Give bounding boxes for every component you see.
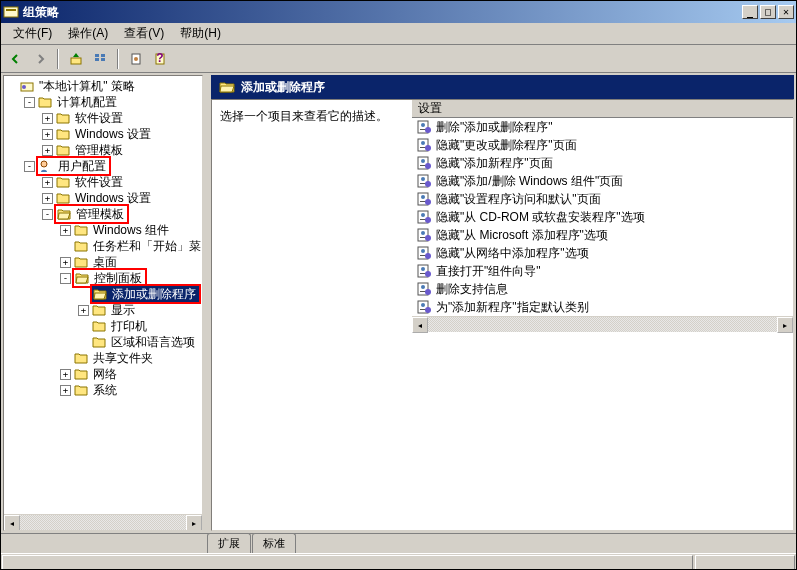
tree-cc-software[interactable]: +软件设置 xyxy=(42,110,200,126)
toggle-button[interactable]: - xyxy=(42,209,53,220)
svg-point-39 xyxy=(421,231,425,235)
titlebar: 组策略 _ □ ✕ xyxy=(1,1,796,23)
tree-add-remove[interactable]: 添加或删除程序 xyxy=(78,286,200,302)
policy-item[interactable]: 隐藏"更改或删除程序"页面 xyxy=(412,136,793,154)
tree-shared-folders[interactable]: 共享文件夹 xyxy=(60,350,200,366)
svg-point-29 xyxy=(425,181,431,187)
tree-root[interactable]: "本地计算机" 策略 xyxy=(6,78,200,94)
policy-icon xyxy=(416,227,432,243)
tree-win-components[interactable]: +Windows 组件 xyxy=(60,222,200,238)
tree-system[interactable]: +系统 xyxy=(60,382,200,398)
policy-item[interactable]: 隐藏"添加新程序"页面 xyxy=(412,154,793,172)
svg-point-55 xyxy=(421,303,425,307)
tree-uc-admin[interactable]: -管理模板 xyxy=(42,206,200,222)
scroll-left-button[interactable]: ◂ xyxy=(412,317,428,333)
tab-extended[interactable]: 扩展 xyxy=(207,533,251,553)
folder-icon xyxy=(92,303,106,317)
detail-list-pane[interactable]: 设置 删除"添加或删除程序"隐藏"更改或删除程序"页面隐藏"添加新程序"页面隐藏… xyxy=(412,100,793,530)
close-button[interactable]: ✕ xyxy=(778,5,794,19)
back-button[interactable] xyxy=(5,48,27,70)
folder-icon xyxy=(92,319,106,333)
window-title: 组策略 xyxy=(23,4,740,21)
toggle-button[interactable]: + xyxy=(60,257,71,268)
menubar: 文件(F) 操作(A) 查看(V) 帮助(H) xyxy=(1,23,796,45)
tree-uc-software[interactable]: +软件设置 xyxy=(42,174,200,190)
policy-item[interactable]: 直接打开"组件向导" xyxy=(412,262,793,280)
scroll-track[interactable] xyxy=(428,317,777,332)
toggle-button[interactable]: - xyxy=(60,273,71,284)
detail-title: 添加或删除程序 xyxy=(241,79,325,96)
toggle-button[interactable]: + xyxy=(60,369,71,380)
detail-description: 选择一个项目来查看它的描述。 xyxy=(220,109,388,123)
policy-item[interactable]: 删除支持信息 xyxy=(412,280,793,298)
splitter[interactable] xyxy=(205,73,209,533)
folder-icon xyxy=(56,175,70,189)
policy-item[interactable]: 删除"添加或删除程序" xyxy=(412,118,793,136)
menu-file[interactable]: 文件(F) xyxy=(5,23,60,44)
policy-item[interactable]: 隐藏"从 CD-ROM 或软盘安装程序"选项 xyxy=(412,208,793,226)
svg-point-57 xyxy=(425,307,431,313)
menu-help[interactable]: 帮助(H) xyxy=(172,23,229,44)
tree-printer[interactable]: 打印机 xyxy=(78,318,200,334)
tree-computer-config[interactable]: -计算机配置 xyxy=(24,94,200,110)
toggle-button[interactable]: + xyxy=(60,385,71,396)
content-area: "本地计算机" 策略 -计算机配置 +软件设置 +Windows 设置 +管理模… xyxy=(1,73,796,533)
svg-point-15 xyxy=(421,123,425,127)
svg-point-27 xyxy=(421,177,425,181)
toggle-button[interactable]: + xyxy=(78,305,89,316)
folder-open-icon xyxy=(75,271,89,285)
policy-item[interactable]: 隐藏"从 Microsoft 添加程序"选项 xyxy=(412,226,793,244)
policy-item[interactable]: 隐藏"添加/删除 Windows 组件"页面 xyxy=(412,172,793,190)
minimize-button[interactable]: _ xyxy=(742,5,758,19)
toggle-button[interactable]: + xyxy=(42,145,53,156)
tree-region[interactable]: 区域和语言选项 xyxy=(78,334,200,350)
toggle-button[interactable]: + xyxy=(42,129,53,140)
toggle-button[interactable]: - xyxy=(24,161,35,172)
policy-item[interactable]: 为"添加新程序"指定默认类别 xyxy=(412,298,793,316)
toggle-button[interactable]: + xyxy=(42,193,53,204)
list-mode-button[interactable] xyxy=(89,48,111,70)
help-button[interactable]: ? xyxy=(149,48,171,70)
toggle-button[interactable]: - xyxy=(24,97,35,108)
scroll-left-button[interactable]: ◂ xyxy=(4,515,20,531)
svg-rect-3 xyxy=(95,54,99,57)
toggle-button[interactable]: + xyxy=(42,113,53,124)
scroll-right-button[interactable]: ▸ xyxy=(186,515,202,531)
tree-cc-windows[interactable]: +Windows 设置 xyxy=(42,126,200,142)
svg-rect-1 xyxy=(6,9,16,11)
svg-rect-2 xyxy=(71,58,81,64)
policy-icon xyxy=(416,191,432,207)
tab-standard[interactable]: 标准 xyxy=(252,533,296,553)
folder-icon xyxy=(74,367,88,381)
tree-display[interactable]: +显示 xyxy=(78,302,200,318)
policy-item[interactable]: 隐藏"从网络中添加程序"选项 xyxy=(412,244,793,262)
svg-point-21 xyxy=(425,145,431,151)
detail-pane: 添加或删除程序 选择一个项目来查看它的描述。 设置 删除"添加或删除程序"隐藏"… xyxy=(211,75,794,531)
forward-button[interactable] xyxy=(29,48,51,70)
policy-icon xyxy=(416,137,432,153)
policy-label: 隐藏"从网络中添加程序"选项 xyxy=(436,245,589,262)
user-config-icon xyxy=(39,159,53,173)
svg-point-13 xyxy=(41,161,47,167)
tree-taskbar[interactable]: 任务栏和「开始」菜 xyxy=(60,238,200,254)
toggle-button[interactable]: + xyxy=(60,225,71,236)
column-header[interactable]: 设置 xyxy=(412,100,793,118)
svg-point-45 xyxy=(425,253,431,259)
policy-icon xyxy=(416,281,432,297)
policy-item[interactable]: 隐藏"设置程序访问和默认"页面 xyxy=(412,190,793,208)
folder-icon xyxy=(92,335,106,349)
toggle-button[interactable]: + xyxy=(42,177,53,188)
tree-user-config[interactable]: -用户配置 xyxy=(24,158,200,174)
maximize-button[interactable]: □ xyxy=(760,5,776,19)
tree-network[interactable]: +网络 xyxy=(60,366,200,382)
up-button[interactable] xyxy=(65,48,87,70)
properties-button[interactable] xyxy=(125,48,147,70)
folder-icon xyxy=(56,111,70,125)
scroll-track[interactable] xyxy=(20,515,186,530)
tree-pane[interactable]: "本地计算机" 策略 -计算机配置 +软件设置 +Windows 设置 +管理模… xyxy=(3,75,203,531)
folder-icon xyxy=(74,383,88,397)
scroll-right-button[interactable]: ▸ xyxy=(777,317,793,333)
menu-action[interactable]: 操作(A) xyxy=(60,23,116,44)
menu-view[interactable]: 查看(V) xyxy=(116,23,172,44)
svg-point-25 xyxy=(425,163,431,169)
